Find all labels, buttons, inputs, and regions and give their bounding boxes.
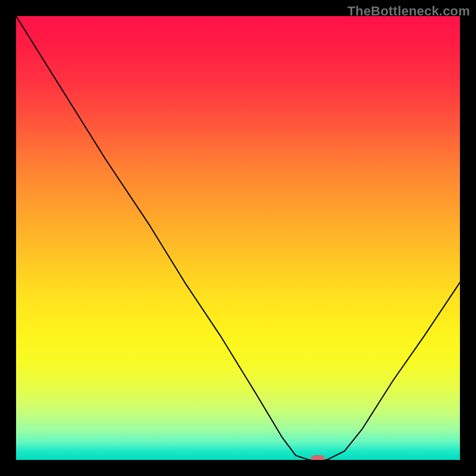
bottleneck-curve <box>16 16 460 460</box>
chart-frame: TheBottleneck.com <box>0 0 476 476</box>
watermark-text: TheBottleneck.com <box>347 4 470 19</box>
plot-area <box>16 16 460 460</box>
optimum-marker <box>311 455 325 460</box>
curve-svg <box>16 16 460 460</box>
